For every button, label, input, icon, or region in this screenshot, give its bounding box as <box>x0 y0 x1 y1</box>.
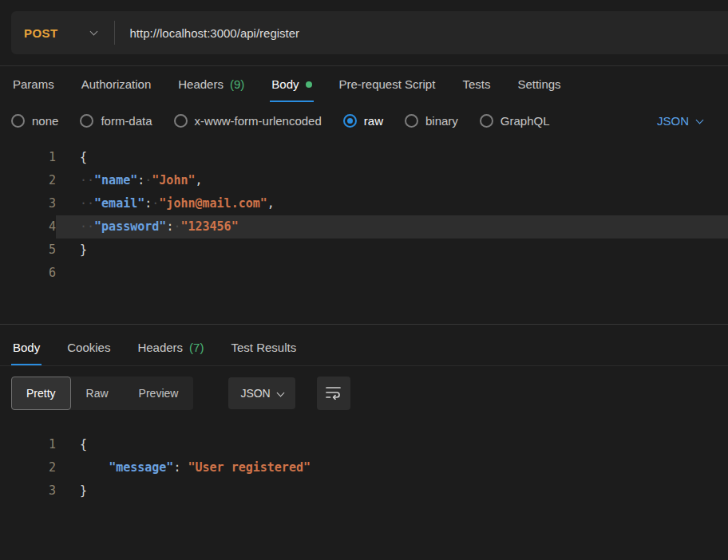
code-line-5[interactable]: 5} <box>0 239 728 262</box>
response-tab-body[interactable]: Body <box>11 329 42 365</box>
tab-settings[interactable]: Settings <box>516 66 562 102</box>
request-url-bar: POST http://localhost:3000/api/register <box>0 0 728 66</box>
whitespace-token: · <box>152 196 159 211</box>
response-toolbar: Pretty Raw Preview JSON <box>0 366 728 420</box>
tab-label: Tests <box>462 77 490 91</box>
tab-tests[interactable]: Tests <box>461 66 492 102</box>
tab-label: Headers <box>178 77 224 91</box>
code-content[interactable]: ··"name":·"John", <box>56 169 728 192</box>
line-number: 5 <box>0 239 56 262</box>
json-string-token: "John" <box>152 173 195 187</box>
response-body-viewer[interactable]: 1{2 "message": "User registered"3} <box>0 420 728 503</box>
tab-label: Params <box>13 77 54 91</box>
code-line-4[interactable]: 4··"password":·"123456" <box>0 215 728 239</box>
response-tab-headers[interactable]: Headers (7) <box>136 329 205 365</box>
response-language-selector[interactable]: JSON <box>228 377 295 409</box>
view-raw-button[interactable]: Raw <box>71 377 124 410</box>
line-number: 1 <box>0 433 56 456</box>
line-number: 4 <box>0 215 56 239</box>
wrap-text-button[interactable] <box>317 377 350 410</box>
radio-label: GraphQL <box>500 114 550 128</box>
request-language-selector[interactable]: JSON <box>657 114 702 128</box>
tab-label: Body <box>271 77 299 91</box>
punctuation-token: { <box>80 150 87 164</box>
code-content[interactable]: "message": "User registered" <box>56 456 728 479</box>
code-line-2[interactable]: 2··"name":·"John", <box>0 169 728 192</box>
tab-pre-request-script[interactable]: Pre-request Script <box>338 66 437 102</box>
headers-count-badge: (9) <box>230 77 244 91</box>
tab-body[interactable]: Body <box>270 66 313 102</box>
tab-label: Authorization <box>81 77 152 91</box>
radio-label: binary <box>425 114 458 128</box>
radio-label: form-data <box>101 114 152 128</box>
json-string-token: "User registered" <box>188 460 311 475</box>
bodytype-raw[interactable]: raw <box>343 114 383 128</box>
tab-headers[interactable]: Headers (9) <box>176 66 246 102</box>
view-mode-group: Pretty Raw Preview <box>11 377 193 410</box>
response-tab-cookies[interactable]: Cookies <box>65 329 112 365</box>
code-content[interactable] <box>56 262 728 285</box>
bodytype-none[interactable]: none <box>11 114 58 128</box>
radio-icon <box>480 114 493 128</box>
radio-label: x-www-form-urlencoded <box>195 114 322 128</box>
tab-authorization[interactable]: Authorization <box>80 66 153 102</box>
json-key-token: "password" <box>94 219 166 234</box>
punctuation-token: , <box>196 173 203 187</box>
punctuation-token: : <box>137 173 144 187</box>
code-content[interactable]: { <box>56 146 728 169</box>
code-content[interactable]: ··"password":·"123456" <box>56 215 728 239</box>
line-number: 3 <box>0 192 56 215</box>
code-line-1[interactable]: 1{ <box>0 146 728 169</box>
bodytype-form-data[interactable]: form-data <box>80 114 152 128</box>
radio-selected-icon <box>343 114 357 128</box>
tab-label: Test Results <box>231 341 296 354</box>
json-key-token: "message" <box>109 460 173 475</box>
line-number: 6 <box>0 262 56 285</box>
method-selector[interactable]: POST <box>11 11 114 54</box>
tab-label: Cookies <box>67 341 110 354</box>
punctuation-token: } <box>80 483 87 498</box>
radio-label: none <box>32 114 58 128</box>
whitespace-token: ·· <box>80 196 94 211</box>
radio-icon <box>405 114 418 128</box>
radio-icon <box>174 114 188 128</box>
bodytype-urlencoded[interactable]: x-www-form-urlencoded <box>174 114 322 128</box>
whitespace-token <box>80 460 109 475</box>
tab-label: Pre-request Script <box>339 77 436 91</box>
code-line-3[interactable]: 3} <box>0 479 728 503</box>
request-body-editor[interactable]: 1{2··"name":·"John",3··"email":·"john@ma… <box>0 138 728 325</box>
tab-label: Headers <box>137 341 183 354</box>
whitespace-token: ·· <box>80 219 94 234</box>
tab-params[interactable]: Params <box>11 66 56 102</box>
tab-label: Body <box>13 341 40 354</box>
view-preview-button[interactable]: Preview <box>124 377 194 410</box>
body-type-row: none form-data x-www-form-urlencoded raw… <box>0 102 728 138</box>
line-number: 2 <box>0 456 56 479</box>
code-line-1[interactable]: 1{ <box>0 433 728 456</box>
tab-label: Settings <box>517 77 560 91</box>
line-number: 1 <box>0 146 56 169</box>
chevron-down-icon <box>696 116 704 124</box>
language-label: JSON <box>240 387 270 400</box>
code-line-6[interactable]: 6 <box>0 262 728 285</box>
code-content[interactable]: ··"email":·"john@mail.com", <box>56 192 728 215</box>
response-tab-test-results[interactable]: Test Results <box>229 329 298 365</box>
url-input[interactable]: http://localhost:3000/api/register <box>115 26 728 40</box>
json-key-token: "name" <box>94 173 137 187</box>
code-line-3[interactable]: 3··"email":·"john@mail.com", <box>0 192 728 215</box>
code-content[interactable]: } <box>56 239 728 262</box>
whitespace-token: · <box>144 173 152 187</box>
code-content[interactable]: { <box>56 433 728 456</box>
body-filled-dot <box>306 81 312 88</box>
code-line-2[interactable]: 2 "message": "User registered" <box>0 456 728 479</box>
bodytype-graphql[interactable]: GraphQL <box>480 114 550 128</box>
json-string-token: "john@mail.com" <box>159 196 267 211</box>
line-number: 3 <box>0 479 56 503</box>
radio-label: raw <box>364 114 383 128</box>
code-content[interactable]: } <box>56 479 728 503</box>
punctuation-token: } <box>80 243 87 257</box>
bodytype-binary[interactable]: binary <box>405 114 458 128</box>
wrap-text-icon <box>326 385 341 402</box>
view-pretty-button[interactable]: Pretty <box>11 377 71 410</box>
app-window: POST http://localhost:3000/api/register … <box>0 0 728 503</box>
